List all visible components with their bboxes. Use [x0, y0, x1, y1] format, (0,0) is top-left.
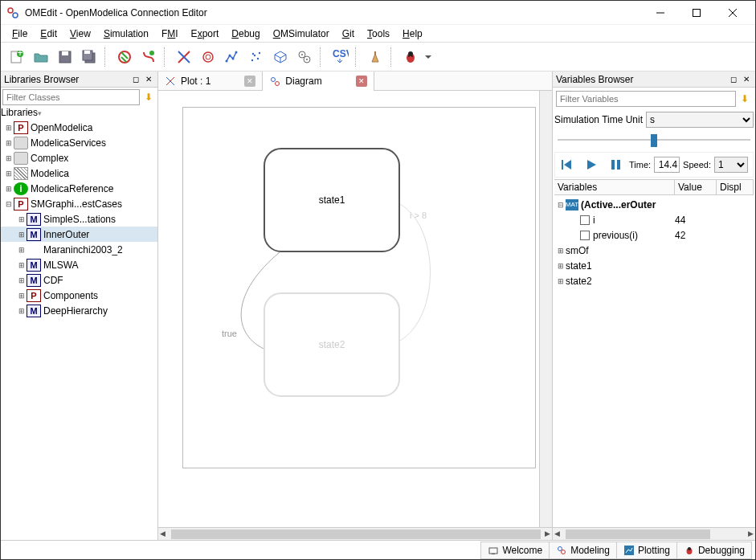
simulate-button[interactable] [137, 46, 160, 68]
status-bar: Welcome Modeling Plotting Debugging [1, 540, 755, 559]
menu-fmi[interactable]: FMI [155, 27, 185, 41]
tab-diagram-label: Diagram [285, 76, 321, 87]
col-display[interactable]: Displ [717, 180, 754, 194]
svg-point-25 [251, 59, 253, 60]
debug-button[interactable] [399, 46, 422, 68]
variable-row[interactable]: ⊞state2 [554, 273, 754, 288]
tree-item[interactable]: ⊞MMLSWA [1, 257, 157, 272]
close-panel-icon[interactable]: ✕ [741, 74, 752, 85]
svg-point-19 [203, 52, 213, 62]
undock-icon[interactable]: ◻ [130, 74, 141, 85]
status-plotting[interactable]: Plotting [616, 542, 677, 559]
variable-row[interactable]: ⊟MAT(Active...erOuter [554, 197, 754, 212]
variable-row[interactable]: ⊞smOf [554, 243, 754, 258]
menu-git[interactable]: Git [336, 27, 361, 41]
tab-plot-label: Plot : 1 [181, 76, 210, 87]
col-variables[interactable]: Variables [554, 180, 675, 194]
scatter-button[interactable] [245, 46, 268, 68]
svg-point-49 [558, 546, 562, 550]
menu-view[interactable]: View [63, 27, 97, 41]
col-value[interactable]: Value [675, 180, 717, 194]
parametric-plot-button[interactable] [197, 46, 219, 68]
var-horizontal-scrollbar[interactable]: ◀ ▶ [553, 527, 755, 540]
svg-point-50 [562, 550, 566, 554]
filter-expand-icon[interactable]: ⬇ [141, 90, 156, 104]
animation-button[interactable] [293, 46, 316, 68]
menu-simulation[interactable]: Simulation [97, 27, 155, 41]
menu-help[interactable]: Help [396, 27, 429, 41]
status-modeling[interactable]: Modeling [549, 542, 617, 559]
variable-row[interactable]: ⊞state1 [554, 258, 754, 273]
filter-variables-input[interactable] [556, 91, 736, 107]
tree-item[interactable]: ⊞POpenModelica [1, 120, 157, 135]
time-slider[interactable] [554, 131, 754, 150]
play-button[interactable] [581, 154, 602, 175]
status-debugging[interactable]: Debugging [676, 542, 752, 559]
rewind-button[interactable] [557, 154, 578, 175]
maximize-button[interactable] [678, 2, 714, 24]
svg-point-29 [252, 52, 254, 54]
tree-item[interactable]: ⊞MSimpleS...tations [1, 211, 157, 227]
menu-edit[interactable]: Edit [34, 27, 63, 41]
close-panel-icon[interactable]: ✕ [143, 74, 154, 85]
clear-button[interactable] [364, 46, 386, 68]
svg-point-39 [411, 55, 413, 57]
state1-block[interactable]: state1 [264, 148, 400, 252]
status-welcome[interactable]: Welcome [480, 542, 550, 559]
undock-icon[interactable]: ◻ [728, 74, 739, 85]
tab-plot-close[interactable]: ✕ [244, 76, 255, 87]
save-button[interactable] [54, 46, 76, 68]
tree-item[interactable]: ⊟PSMGraphi...estCases [1, 196, 157, 211]
tree-item[interactable]: ⊞MCDF [1, 272, 157, 288]
menu-export[interactable]: Export [185, 27, 226, 41]
menu-omsimulator[interactable]: OMSimulator [267, 27, 336, 41]
tree-item[interactable]: ⊞MInnerOuter [1, 227, 157, 242]
time-label: Time: [629, 160, 651, 170]
sim-time-unit-select[interactable]: s [646, 112, 754, 128]
minimize-button[interactable] [642, 2, 678, 24]
variable-row[interactable]: previous(i)42 [554, 227, 754, 243]
tab-diagram[interactable]: Diagram ✕ [263, 72, 374, 91]
svg-point-27 [257, 57, 259, 59]
debug-dropdown[interactable] [423, 46, 433, 68]
array-plot-button[interactable] [221, 46, 243, 68]
check-model-button[interactable] [113, 46, 136, 68]
state2-block[interactable]: state2 [264, 292, 400, 397]
tree-item[interactable]: ⊞ModelicaServices [1, 135, 157, 150]
variables-browser-header: Variables Browser ◻ ✕ [553, 72, 755, 88]
menu-tools[interactable]: Tools [361, 27, 396, 41]
libraries-tree[interactable]: ⊞POpenModelica⊞ModelicaServices⊞Complex⊞… [1, 118, 157, 540]
3d-view-button[interactable] [269, 46, 292, 68]
tree-item[interactable]: ⊞Complex [1, 150, 157, 166]
vertical-scrollbar[interactable] [539, 91, 552, 527]
title-bar: OMEdit - OpenModelica Connection Editor [1, 1, 755, 25]
new-model-button[interactable]: + [6, 46, 28, 68]
pause-button[interactable] [605, 154, 626, 175]
variable-row[interactable]: i44 [554, 212, 754, 227]
menu-file[interactable]: File [6, 27, 34, 41]
tree-item[interactable]: ⊞iModelicaReference [1, 181, 157, 196]
svg-point-16 [149, 51, 154, 55]
time-input[interactable] [654, 157, 680, 173]
open-button[interactable] [30, 46, 52, 68]
tree-item[interactable]: ⊞MDeepHierarchy [1, 303, 157, 318]
tab-diagram-close[interactable]: ✕ [356, 76, 367, 87]
speed-label: Speed: [683, 160, 711, 170]
svg-rect-11 [62, 51, 68, 55]
menu-debug[interactable]: Debug [225, 27, 266, 41]
diagram-canvas[interactable]: state1 state2 true i > 8 [158, 91, 552, 527]
tab-plot[interactable]: Plot : 1 ✕ [158, 72, 263, 91]
tree-item[interactable]: ⊞Maraninchi2003_2 [1, 242, 157, 257]
filter-classes-input[interactable] [2, 89, 140, 105]
export-csv-button[interactable]: CSV [329, 46, 351, 68]
close-button[interactable] [714, 2, 750, 24]
plot-button[interactable] [173, 46, 195, 68]
filter-expand-icon[interactable]: ⬇ [738, 92, 752, 106]
tree-item[interactable]: ⊞Modelica [1, 166, 157, 181]
save-all-button[interactable] [78, 46, 100, 68]
variables-tree[interactable]: ⊟MAT(Active...erOuteri44previous(i)42⊞sm… [554, 197, 754, 525]
speed-select[interactable]: 1 [714, 157, 748, 173]
horizontal-scrollbar[interactable]: ◀ ▶ [158, 527, 552, 540]
svg-point-20 [206, 55, 210, 59]
tree-item[interactable]: ⊞PComponents [1, 288, 157, 303]
